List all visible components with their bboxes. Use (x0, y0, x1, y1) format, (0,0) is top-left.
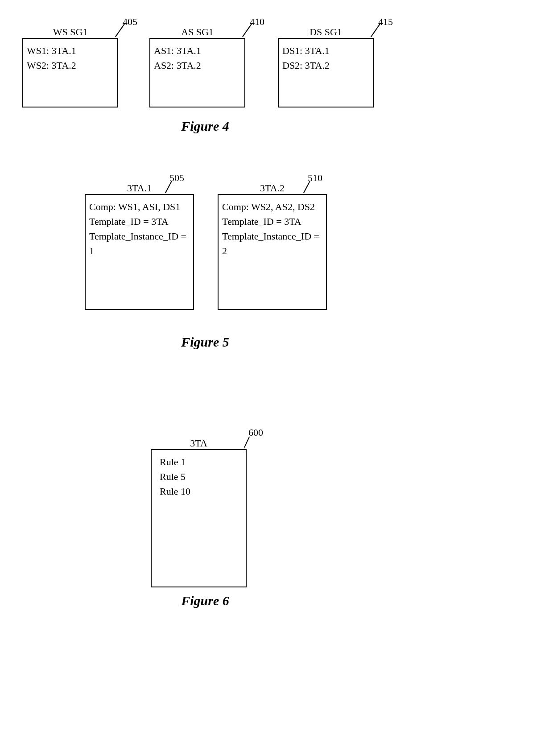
box-content: Rule 1 Rule 5 Rule 10 (152, 450, 246, 503)
box-content: AS1: 3TA.1 AS2: 3TA.2 (150, 39, 244, 77)
figure4-caption: Figure 4 (0, 119, 482, 134)
box-line: Comp: WS1, ASI, DS1 (89, 199, 190, 214)
box-line: DS2: 3TA.2 (282, 58, 369, 73)
box-title: AS SG1 (150, 26, 244, 38)
box-line: WS1: 3TA.1 (27, 43, 114, 58)
box-line: AS1: 3TA.1 (154, 43, 241, 58)
box-line: WS2: 3TA.2 (27, 58, 114, 73)
reference-numeral: 415 (378, 16, 393, 28)
box-content: Comp: WS2, AS2, DS2 Template_ID = 3TA Te… (219, 195, 326, 263)
box-title: 3TA (152, 438, 246, 449)
box-line: Rule 1 (160, 454, 242, 469)
figure4-box-as: AS SG1 AS1: 3TA.1 AS2: 3TA.2 (149, 38, 245, 107)
box-title: 3TA.1 (86, 182, 193, 194)
figure5-box-3ta1: 3TA.1 Comp: WS1, ASI, DS1 Template_ID = … (85, 194, 194, 310)
box-line: Template_ID = 3TA (89, 214, 190, 229)
box-line: Comp: WS2, AS2, DS2 (222, 199, 322, 214)
figure4-box-ds: DS SG1 DS1: 3TA.1 DS2: 3TA.2 (278, 38, 374, 107)
box-content: WS1: 3TA.1 WS2: 3TA.2 (23, 39, 117, 77)
reference-numeral: 405 (123, 16, 137, 28)
box-line: DS1: 3TA.1 (282, 43, 369, 58)
box-line: AS2: 3TA.2 (154, 58, 241, 73)
box-content: DS1: 3TA.1 DS2: 3TA.2 (279, 39, 373, 77)
box-title: 3TA.2 (219, 182, 326, 194)
box-title: DS SG1 (279, 26, 373, 38)
box-line: Template_Instance_ID = 2 (222, 229, 322, 258)
box-content: Comp: WS1, ASI, DS1 Template_ID = 3TA Te… (86, 195, 193, 263)
figure6-caption: Figure 6 (0, 593, 482, 608)
box-line: Rule 5 (160, 469, 242, 484)
figure6-box-3ta: 3TA Rule 1 Rule 5 Rule 10 (151, 449, 247, 587)
box-line: Template_Instance_ID = 1 (89, 229, 190, 258)
figure5-caption: Figure 5 (0, 335, 482, 350)
figure5-box-3ta2: 3TA.2 Comp: WS2, AS2, DS2 Template_ID = … (218, 194, 327, 310)
figure4-box-ws: WS SG1 WS1: 3TA.1 WS2: 3TA.2 (22, 38, 118, 107)
box-title: WS SG1 (23, 26, 117, 38)
reference-numeral: 410 (250, 16, 264, 28)
reference-numeral: 600 (248, 427, 263, 438)
box-line: Template_ID = 3TA (222, 214, 322, 229)
box-line: Rule 10 (160, 484, 242, 499)
